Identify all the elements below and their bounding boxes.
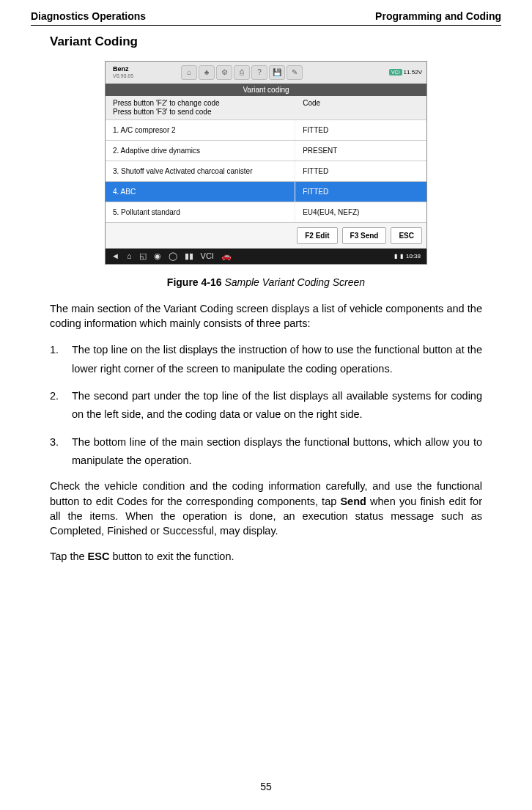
send-bold: Send xyxy=(340,496,366,507)
row-value: FITTED xyxy=(295,182,426,202)
row-value: EU4(EU4, NEFZ) xyxy=(295,202,426,222)
battery-icon: ▮ xyxy=(400,253,403,259)
instruction-row: Press button 'F2' to change code Press b… xyxy=(106,96,426,120)
section-title: Variant Coding xyxy=(50,34,482,49)
list-item: 1. The top line on the list displays the… xyxy=(50,341,482,378)
tree-icon[interactable]: ♣ xyxy=(199,65,215,80)
screen-title-bar: Variant coding xyxy=(106,84,426,96)
list-number: 2. xyxy=(50,387,72,424)
save-icon[interactable]: 💾 xyxy=(269,65,285,80)
row-value: FITTED xyxy=(295,120,426,140)
row-name: 5. Pollutant standard xyxy=(106,202,295,222)
list-number: 1. xyxy=(50,341,72,378)
car-icon[interactable]: 🚗 xyxy=(221,251,232,261)
header-right: Programming and Coding xyxy=(375,10,501,22)
row-name: 2. Adaptive drive dynamics xyxy=(106,141,295,161)
chart-icon[interactable]: ▮▮ xyxy=(185,251,193,261)
bottom-nav: ◄ ⌂ ◱ ◉ ◯ ▮▮ VCI 🚗 ▮ ▮ 10:38 xyxy=(106,248,426,264)
row-name: 4. ABC xyxy=(106,182,295,202)
header-left: Diagnostics Operations xyxy=(31,10,146,22)
tap-text-after: button to exit the function. xyxy=(109,551,234,562)
variant-coding-screenshot: Benz V0.90.65 ⌂ ♣ ⚙ ⎙ ? 💾 ✎ VCI 11.52V V… xyxy=(105,61,427,265)
list-text: The top line on the list displays the in… xyxy=(72,341,482,378)
row-name: 3. Shutoff valve Activated charcoal cani… xyxy=(106,161,295,181)
list-text: The bottom line of the main section disp… xyxy=(72,433,482,471)
check-paragraph: Check the vehicle condition and the codi… xyxy=(50,479,482,538)
vci-badge: VCI xyxy=(389,69,402,76)
recent-icon[interactable]: ◱ xyxy=(139,251,147,261)
camera-icon[interactable]: ◯ xyxy=(169,251,177,261)
list-number: 3. xyxy=(50,433,72,471)
browser-icon[interactable]: ◉ xyxy=(154,251,161,261)
table-row[interactable]: 5. Pollutant standard EU4(EU4, NEFZ) xyxy=(106,202,426,223)
list-item: 2. The second part under the top line of… xyxy=(50,387,482,424)
vci-nav-icon[interactable]: VCI xyxy=(201,251,214,260)
figure-caption: Figure 4-16 Sample Variant Coding Screen xyxy=(50,276,482,288)
list-item: 3. The bottom line of the main section d… xyxy=(50,433,482,471)
table-row[interactable]: 3. Shutoff valve Activated charcoal cani… xyxy=(106,161,426,182)
tap-paragraph: Tap the ESC button to exit the function. xyxy=(50,549,482,564)
figure-label: Figure 4-16 xyxy=(167,276,222,288)
figure-desc: Sample Variant Coding Screen xyxy=(224,276,365,288)
table-row[interactable]: 1. A/C compresor 2 FITTED xyxy=(106,120,426,141)
signal-icon: ▮ xyxy=(394,253,397,259)
list-text: The second part under the top line of th… xyxy=(72,387,482,424)
tap-text-before: Tap the xyxy=(50,551,88,562)
help-icon[interactable]: ? xyxy=(251,65,267,80)
code-header: Code xyxy=(295,96,426,119)
esc-button[interactable]: ESC xyxy=(391,227,422,244)
intro-paragraph: The main section of the Variant Coding s… xyxy=(50,301,482,331)
f3-send-button[interactable]: F3 Send xyxy=(342,227,387,244)
row-value: FITTED xyxy=(295,161,426,181)
brand-name: Benz xyxy=(113,66,133,73)
brand-version: V0.90.65 xyxy=(113,73,133,79)
esc-bold: ESC xyxy=(88,551,110,562)
header-divider xyxy=(31,25,501,26)
clock: 10:38 xyxy=(406,253,421,259)
table-row-selected[interactable]: 4. ABC FITTED xyxy=(106,182,426,202)
gear-icon[interactable]: ⚙ xyxy=(216,65,232,80)
instruction-line-1: Press button 'F2' to change code xyxy=(113,99,287,108)
table-row[interactable]: 2. Adaptive drive dynamics PRESENT xyxy=(106,141,426,161)
button-row: F2 Edit F3 Send ESC xyxy=(106,223,426,248)
instruction-line-2: Press button 'F3' to send code xyxy=(113,108,287,117)
print-icon[interactable]: ⎙ xyxy=(234,65,250,80)
home-icon[interactable]: ⌂ xyxy=(181,65,197,80)
battery-voltage: 11.52V xyxy=(404,69,422,76)
app-toolbar: Benz V0.90.65 ⌂ ♣ ⚙ ⎙ ? 💾 ✎ VCI 11.52V xyxy=(106,62,426,84)
row-name: 1. A/C compresor 2 xyxy=(106,120,295,140)
back-icon[interactable]: ◄ xyxy=(111,251,119,260)
edit-icon[interactable]: ✎ xyxy=(287,65,303,80)
home-nav-icon[interactable]: ⌂ xyxy=(127,251,132,260)
f2-edit-button[interactable]: F2 Edit xyxy=(297,227,337,244)
page-number: 55 xyxy=(0,781,532,792)
row-value: PRESENT xyxy=(295,141,426,161)
